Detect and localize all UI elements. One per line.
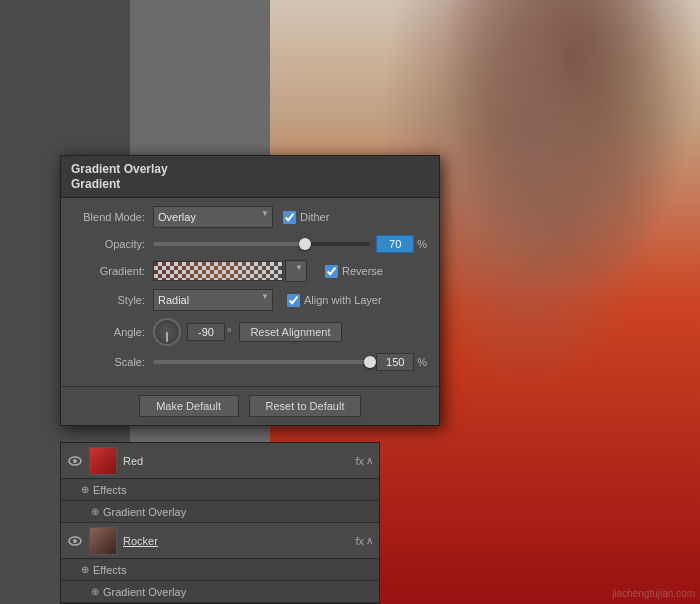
gradient-row: Gradient: Reverse: [73, 260, 427, 282]
reset-alignment-button[interactable]: Reset Alignment: [239, 322, 341, 342]
dither-checkbox[interactable]: [283, 211, 296, 224]
angle-control: -90 ° Reset Alignment: [153, 318, 342, 346]
dialog-title: Gradient Overlay: [71, 162, 429, 176]
rocker-layer-thumbnail: [89, 527, 117, 555]
rocker-effects-fx-icon: ⊕: [81, 564, 89, 575]
layers-panel: Red fx ∧ ⊕ Effects ⊕ Gradient Overlay Ro…: [60, 442, 380, 604]
scale-unit: %: [417, 356, 427, 368]
rocker-layer-visibility-toggle[interactable]: [67, 533, 83, 549]
blend-mode-row: Blend Mode: Overlay Normal Multiply Scre…: [73, 206, 427, 228]
gradient-dropdown[interactable]: [285, 260, 307, 282]
gradient-preview[interactable]: [153, 261, 283, 281]
align-label: Align with Layer: [304, 294, 382, 306]
scale-input[interactable]: 150: [376, 353, 414, 371]
scale-row: Scale: 150 %: [73, 353, 427, 371]
red-layer-thumbnail: [89, 447, 117, 475]
angle-label: Angle:: [73, 326, 153, 338]
style-row: Style: Radial Linear Angle Reflected Dia…: [73, 289, 427, 311]
angle-dial[interactable]: [153, 318, 181, 346]
rocker-gradient-overlay-label: Gradient Overlay: [103, 586, 186, 598]
red-layer-item: Red fx ∧: [61, 443, 379, 479]
rocker-layer-gradient-overlay-item: ⊕ Gradient Overlay: [61, 581, 379, 603]
style-label: Style:: [73, 294, 153, 306]
align-group: Align with Layer: [287, 294, 382, 307]
red-layer-gradient-overlay-item: ⊕ Gradient Overlay: [61, 501, 379, 523]
red-gradient-overlay-label: Gradient Overlay: [103, 506, 186, 518]
rocker-layer-effects-item: ⊕ Effects: [61, 559, 379, 581]
angle-input[interactable]: -90: [187, 323, 225, 341]
gradient-dropdown-wrapper[interactable]: [285, 260, 307, 282]
reverse-group: Reverse: [325, 265, 383, 278]
gradient-overlay-dialog: Gradient Overlay Gradient Blend Mode: Ov…: [60, 155, 440, 426]
reset-to-default-button[interactable]: Reset to Default: [249, 395, 362, 417]
scale-slider-container: 150 %: [153, 353, 427, 371]
dither-group: Dither: [283, 211, 329, 224]
red-effects-fx-icon: ⊕: [81, 484, 89, 495]
blend-mode-select[interactable]: Overlay Normal Multiply Screen: [153, 206, 273, 228]
svg-point-3: [73, 539, 77, 543]
blend-mode-select-wrapper[interactable]: Overlay Normal Multiply Screen: [153, 206, 273, 228]
opacity-label: Opacity:: [73, 238, 153, 250]
style-select-wrapper[interactable]: Radial Linear Angle Reflected Diamond: [153, 289, 273, 311]
rocker-layer-item: Rocker fx ∧: [61, 523, 379, 559]
opacity-slider-container: 70 %: [153, 235, 427, 253]
rocker-layer-name: Rocker: [123, 535, 351, 547]
red-layer-fx: fx: [355, 455, 364, 467]
opacity-slider-track[interactable]: [153, 242, 370, 246]
blend-mode-label: Blend Mode:: [73, 211, 153, 223]
red-layer-visibility-toggle[interactable]: [67, 453, 83, 469]
watermark: jiachengtujian.com: [612, 588, 695, 599]
reverse-label: Reverse: [342, 265, 383, 277]
gradient-controls: Reverse: [153, 260, 383, 282]
angle-row: Angle: -90 ° Reset Alignment: [73, 318, 427, 346]
rocker-gradient-fx-icon: ⊕: [91, 586, 99, 597]
red-layer-effects-item: ⊕ Effects: [61, 479, 379, 501]
opacity-slider-fill: [153, 242, 305, 246]
align-checkbox[interactable]: [287, 294, 300, 307]
rocker-layer-fx: fx: [355, 535, 364, 547]
opacity-row: Opacity: 70 %: [73, 235, 427, 253]
dialog-buttons: Make Default Reset to Default: [61, 386, 439, 425]
angle-unit: °: [227, 326, 231, 338]
red-effects-label: Effects: [93, 484, 126, 496]
reverse-checkbox[interactable]: [325, 265, 338, 278]
rocker-layer-expand-icon[interactable]: ∧: [366, 535, 373, 546]
make-default-button[interactable]: Make Default: [139, 395, 239, 417]
dialog-title-bar: Gradient Overlay Gradient: [61, 156, 439, 198]
style-select[interactable]: Radial Linear Angle Reflected Diamond: [153, 289, 273, 311]
rocker-effects-label: Effects: [93, 564, 126, 576]
dialog-subtitle: Gradient: [71, 177, 429, 191]
angle-needle: [166, 332, 168, 342]
red-layer-name: Red: [123, 455, 351, 467]
dialog-body: Blend Mode: Overlay Normal Multiply Scre…: [61, 198, 439, 386]
opacity-input[interactable]: 70: [376, 235, 414, 253]
red-gradient-fx-icon: ⊕: [91, 506, 99, 517]
scale-slider-fill: [153, 360, 370, 364]
gradient-label: Gradient:: [73, 265, 153, 277]
opacity-slider-thumb[interactable]: [299, 238, 311, 250]
svg-point-1: [73, 459, 77, 463]
dither-label: Dither: [300, 211, 329, 223]
opacity-unit: %: [417, 238, 427, 250]
scale-slider-thumb[interactable]: [364, 356, 376, 368]
red-layer-expand-icon[interactable]: ∧: [366, 455, 373, 466]
scale-label: Scale:: [73, 356, 153, 368]
scale-slider-track[interactable]: [153, 360, 370, 364]
